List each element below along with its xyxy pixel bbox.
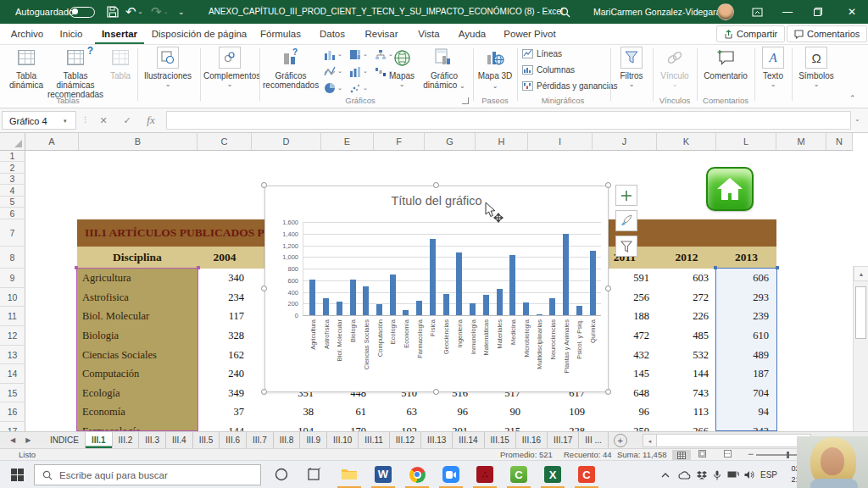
start-button[interactable] (0, 461, 34, 488)
comments-button[interactable]: Comentarios (787, 25, 867, 42)
sheet-area[interactable]: ABCDEFGHIJKLMN 1234567891011121314151617… (0, 133, 868, 431)
row-header-4[interactable]: 4 (0, 185, 25, 197)
chart-resize-handle[interactable] (433, 182, 439, 188)
sheet-tab-iii-16[interactable]: III.16 (516, 432, 548, 448)
sheet-tab-iii-6[interactable]: III.6 (220, 432, 247, 448)
chart-bar[interactable] (563, 234, 569, 315)
chart-bar[interactable] (509, 255, 515, 316)
cell-value[interactable]: 90 (476, 402, 528, 422)
cell-value[interactable]: 162 (198, 346, 252, 364)
text-button[interactable]: A Texto ⌄ (758, 47, 788, 88)
ribbon-tab-archivo[interactable]: Archivo (7, 24, 47, 44)
row-header-12[interactable]: 12 (0, 326, 25, 346)
row-header-8[interactable]: 8 (0, 247, 25, 269)
cell-value[interactable]: 38 (252, 402, 321, 422)
cell-value[interactable]: 37 (198, 402, 252, 422)
chart-bar[interactable] (549, 298, 555, 315)
minimize-button[interactable]: — (775, 0, 800, 24)
cortana-icon[interactable] (270, 463, 293, 485)
view-layout-icon[interactable] (698, 449, 707, 461)
autosave-toggle[interactable] (70, 0, 95, 24)
row-header-15[interactable]: 15 (0, 384, 25, 402)
formula-bar-expand-icon[interactable]: ⌄ (854, 115, 860, 123)
ribbon-tab-datos[interactable]: Datos (312, 24, 353, 44)
taskbar-search[interactable]: Escribe aquí para buscar (34, 464, 261, 485)
cell-value[interactable]: 63 (374, 402, 425, 422)
column-header-a[interactable]: A (25, 133, 79, 150)
cell-value[interactable]: 96 (593, 402, 657, 422)
zoom-out-icon[interactable]: − (748, 449, 754, 461)
column-headers[interactable]: ABCDEFGHIJKLMN (0, 133, 853, 151)
chart-bar[interactable] (470, 303, 476, 315)
symbols-button[interactable]: Ω Símbolos ⌄ (795, 47, 837, 88)
column-header-e[interactable]: E (321, 133, 374, 150)
chart-bar[interactable] (350, 280, 356, 315)
column-header-f[interactable]: F (374, 133, 425, 150)
chart-resize-handle[interactable] (605, 389, 611, 395)
ribbon-tab-f-rmulas[interactable]: Fórmulas (254, 24, 307, 44)
illustrations-button[interactable]: Ilustraciones ⌄ (141, 47, 195, 88)
table-header-disciplina[interactable]: Disciplina (77, 247, 198, 269)
row-header-1[interactable]: 1 (0, 151, 25, 162)
recommended-charts-button[interactable]: ? Gráficos recomendados (263, 47, 319, 90)
sheet-tab-iii-1[interactable]: III.1 (86, 432, 113, 448)
sheet-tab-iii-5[interactable]: III.5 (193, 432, 220, 448)
ribbon-tab-revisar[interactable]: Revisar (358, 24, 405, 44)
pivot-chart-button[interactable]: Gráfico dinámico ⌄ (420, 47, 468, 90)
cell-value[interactable]: 170 (321, 422, 374, 431)
collapse-ribbon-icon[interactable]: ⌃ (849, 94, 856, 103)
cell-value[interactable]: 266 (657, 422, 716, 431)
insert-function-icon[interactable]: fx (141, 111, 161, 130)
cell-value[interactable]: 485 (657, 326, 716, 346)
cell-value[interactable]: 349 (198, 384, 252, 402)
maps-button[interactable]: Mapas ⌄ (383, 47, 420, 88)
link-button[interactable]: Vínculo ⌄ (656, 47, 693, 88)
row-header-13[interactable]: 13 (0, 346, 25, 364)
row-header-3[interactable]: 3 (0, 174, 25, 185)
sheet-tab-iii-4[interactable]: III.4 (166, 432, 193, 448)
row-header-5[interactable]: 5 (0, 197, 25, 208)
chart-bar[interactable] (337, 302, 342, 315)
chart-bar[interactable] (416, 301, 422, 315)
sheet-tab-iii-17[interactable]: III.17 (548, 432, 579, 448)
chart-resize-handle[interactable] (261, 286, 267, 291)
chart-bar[interactable] (323, 298, 329, 315)
chart[interactable]: Título del gráfico02004006008001,0001,20… (264, 186, 609, 392)
row-header-10[interactable]: 10 (0, 288, 25, 307)
comment-button[interactable]: Comentario (700, 47, 751, 80)
dropbox-icon[interactable] (697, 461, 707, 488)
chart-resize-handle[interactable] (261, 389, 267, 395)
chart-resize-handle[interactable] (605, 182, 611, 188)
charts-dialog-launcher[interactable] (462, 97, 469, 104)
chart-bar[interactable] (590, 251, 596, 315)
row-header-9[interactable]: 9 (0, 269, 25, 288)
pie-chart-icon[interactable]: ⌄ (324, 81, 346, 95)
cell-value[interactable]: 250 (593, 422, 657, 431)
chart-styles-button[interactable] (615, 210, 637, 231)
table-header-year[interactable]: 2013 (716, 247, 776, 269)
chart-bar[interactable] (430, 239, 436, 315)
column-header-j[interactable]: J (593, 133, 657, 150)
column-header-l[interactable]: L (716, 133, 776, 150)
task-view-icon[interactable] (302, 463, 326, 485)
column-header-n[interactable]: N (826, 133, 853, 150)
cell-value[interactable]: 104 (252, 422, 321, 431)
sheet-tab-iii-7[interactable]: III.7 (247, 432, 274, 448)
language-indicator[interactable]: ESP (760, 461, 777, 488)
sheet-tab-iii-[interactable]: III ... (579, 432, 608, 448)
row-header-14[interactable]: 14 (0, 364, 25, 384)
pivot-table-button[interactable]: Tabla dinámica (5, 47, 47, 90)
formula-input[interactable] (166, 111, 851, 130)
cell-value[interactable]: 102 (374, 422, 425, 431)
cell-value[interactable]: 144 (198, 422, 252, 431)
cancel-formula-icon[interactable]: ✕ (93, 111, 114, 130)
vertical-scrollbar[interactable]: ▲ ▼ (853, 266, 868, 431)
new-sheet-button[interactable]: + (614, 434, 627, 447)
mic-icon[interactable] (714, 461, 721, 488)
line-chart-icon[interactable]: ⌄ (324, 64, 346, 78)
row-header-7[interactable]: 7 (0, 219, 25, 247)
onedrive-icon[interactable] (678, 461, 691, 488)
row-header-11[interactable]: 11 (0, 307, 25, 326)
volume-icon[interactable] (744, 461, 755, 488)
cell-value[interactable]: 61 (321, 402, 374, 422)
